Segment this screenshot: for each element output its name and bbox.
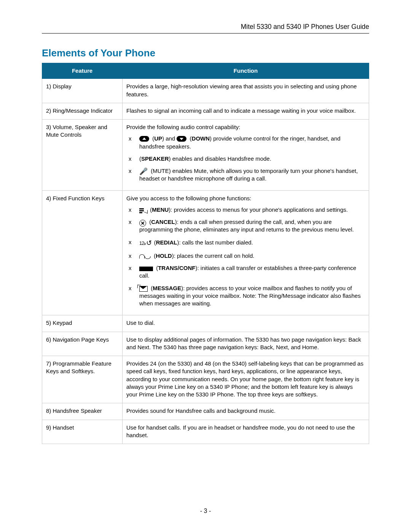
text: ): calls the last number dialed. [177, 239, 253, 246]
text: ) enables and disables Handsfree mode. [169, 155, 271, 162]
cell-feature: 9) Handset [42, 420, 123, 444]
cell-function: Flashes to signal an incoming call and t… [123, 103, 369, 119]
cell-feature: 3) Volume, Speaker and Mute Controls [42, 120, 123, 191]
list-item: (MENU): provides access to menus for you… [126, 204, 365, 217]
table-row: 2) Ring/Message Indicator Flashes to sig… [42, 103, 369, 119]
mute-icon: 🎤 [139, 168, 148, 175]
text: ) and [162, 135, 175, 142]
cell-feature: 6) Navigation Page Keys [42, 332, 123, 356]
table-header-row: Feature Function [42, 63, 369, 79]
running-head: Mitel 5330 and 5340 IP Phones User Guide [42, 23, 369, 34]
volume-down-icon [177, 136, 186, 142]
list-item: (SPEAKER) enables and disables Handsfree… [126, 153, 365, 166]
cell-function: Provide the following audio control capa… [123, 120, 369, 191]
cancel-icon [139, 220, 146, 227]
table-row: 4) Fixed Function Keys Give you access t… [42, 190, 369, 315]
cell-feature: 5) Keypad [42, 315, 123, 332]
label-hold: HOLD [156, 252, 172, 259]
cell-feature: 4) Fixed Function Keys [42, 190, 123, 315]
transfer-icon [139, 267, 153, 271]
th-feature: Feature [42, 63, 123, 79]
redial-icon: 12₃ [139, 238, 151, 247]
label-down: DOWN [192, 135, 210, 142]
volume-up-icon [139, 136, 149, 142]
text: ): provides access to menus for your pho… [169, 206, 348, 213]
message-icon [139, 286, 148, 292]
hold-icon [139, 254, 151, 259]
cell-function: Provides 24 (on the 5330) and 48 (on the… [123, 356, 369, 403]
section-title: Elements of Your Phone [42, 47, 369, 59]
cell-function: Use to display additional pages of infor… [123, 332, 369, 356]
cell-function: Provides sound for Handsfree calls and b… [123, 403, 369, 420]
label-message: MESSAGE [153, 285, 181, 291]
cell-feature: 7) Programmable Feature Keys and Softkey… [42, 356, 123, 403]
list-item: (HOLD): places the current call on hold. [126, 251, 365, 263]
row4-list: (MENU): provides access to menus for you… [126, 204, 365, 311]
table-row: 7) Programmable Feature Keys and Softkey… [42, 356, 369, 403]
row4-intro: Give you access to the following phone f… [126, 195, 252, 201]
cell-function: Use to dial. [123, 315, 369, 332]
label-cancel: CANCEL [151, 219, 175, 225]
cell-function: Provides a large, high-resolution viewin… [123, 79, 369, 103]
table-row: 6) Navigation Page Keys Use to display a… [42, 332, 369, 356]
menu-icon [139, 208, 147, 214]
list-item: 🎤 (MUTE) enables Mute, which allows you … [126, 166, 365, 186]
cell-feature: 1) Display [42, 79, 123, 103]
row3-list: (UP) and (DOWN) provide volume control f… [126, 133, 365, 185]
th-function: Function [123, 63, 369, 79]
table-row: 5) Keypad Use to dial. [42, 315, 369, 332]
label-speaker: SPEAKER [141, 155, 169, 162]
page: Mitel 5330 and 5340 IP Phones User Guide… [0, 0, 411, 532]
text: ): places the current call on hold. [172, 252, 255, 259]
table-row: 9) Handset Use for handset calls. If you… [42, 420, 369, 444]
list-item: (UP) and (DOWN) provide volume control f… [126, 133, 365, 153]
label-trans: TRANS/CONF [158, 265, 195, 271]
list-item: (TRANS/CONF): initiates a call transfer … [126, 263, 365, 283]
label-up: UP [154, 135, 162, 142]
cell-function: Use for handset calls. If you are in hea… [123, 420, 369, 444]
table-row: 8) Handsfree Speaker Provides sound for … [42, 403, 369, 420]
list-item: (MESSAGE): provides access to your voice… [126, 283, 365, 311]
list-item: 12₃ (REDIAL): calls the last number dial… [126, 237, 365, 251]
list-item: (CANCEL): ends a call when pressed durin… [126, 217, 365, 237]
label-menu: MENU [152, 206, 169, 213]
table-row: 3) Volume, Speaker and Mute Controls Pro… [42, 120, 369, 191]
cell-feature: 8) Handsfree Speaker [42, 403, 123, 420]
page-number: - 3 - [0, 508, 411, 514]
feature-table: Feature Function 1) Display Provides a l… [42, 63, 369, 444]
cell-feature: 2) Ring/Message Indicator [42, 103, 123, 119]
row3-intro: Provide the following audio control capa… [126, 124, 240, 130]
cell-function: Give you access to the following phone f… [123, 190, 369, 315]
label-redial: REDIAL [156, 239, 177, 246]
table-row: 1) Display Provides a large, high-resolu… [42, 79, 369, 103]
text: (MUTE) enables Mute, which allows you to… [139, 168, 358, 182]
